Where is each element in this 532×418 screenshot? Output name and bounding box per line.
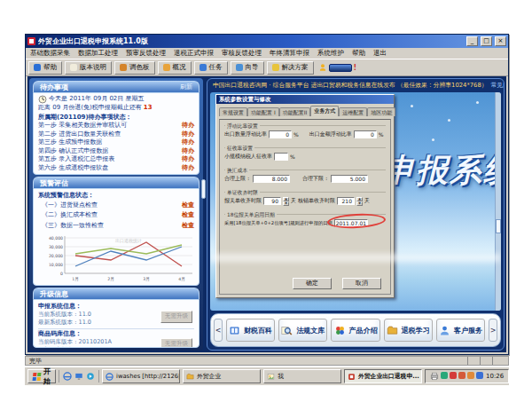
banner-text: 中国出口退税咨询网 · 综合服务平台 进出口贸易和税务信息在线发布 （最佳效果：… — [213, 81, 488, 90]
carousel-pinwheel-button[interactable]: 产品介绍 — [331, 319, 379, 342]
tray-green-icon[interactable] — [441, 372, 448, 379]
menu-item[interactable]: 审核反馈处理 — [222, 49, 262, 58]
tray-blue-icon[interactable] — [476, 372, 483, 379]
writeoff-deadline-stepper[interactable]: ▲▼ — [356, 197, 363, 205]
tray-orange-icon[interactable] — [467, 372, 474, 379]
ok-button[interactable]: 确定 — [293, 278, 332, 289]
menu-item[interactable]: 退出 — [373, 49, 387, 58]
document-deadline-group: 单证收齐时限 报关单收齐时限 90 ▲▼ 天 核销单收齐时限 210 ▲▼ 天 — [224, 192, 386, 209]
tab-2[interactable]: 功能配置 I — [247, 107, 279, 116]
wizard-icon — [236, 64, 243, 71]
todo-panel-body: 今天是 2011年 09月 02日 星期五 距离 09 月份退(免)税申报期截止… — [33, 92, 200, 175]
toolbar-help-button[interactable]: 帮助 — [28, 61, 62, 75]
start-button[interactable]: 开始 — [27, 369, 56, 383]
upper-limit-input[interactable]: 8.000 — [253, 175, 290, 183]
menu-item[interactable]: 数据加工处理 — [78, 49, 118, 58]
svg-text:2月: 2月 — [107, 277, 114, 282]
close-button[interactable]: × — [495, 36, 506, 46]
menu-item[interactable]: 预审反馈处理 — [126, 49, 166, 58]
tab-1[interactable]: 常规设置 — [219, 107, 247, 116]
step-status: 待办 — [182, 155, 194, 164]
window-title: 外贸企业出口退税申报系统11.0版 — [38, 36, 464, 46]
toolbar-solution-button[interactable]: 解决方案 — [267, 61, 314, 75]
today-date: 今天是 2011年 09月 02日 星期五 — [49, 95, 145, 104]
taskbar-task-button[interactable]: 我 — [263, 369, 341, 383]
carousel-person-button[interactable]: 客户服务 — [436, 319, 485, 342]
warning-list: 《一》进货疑点检查检查《二》换汇成本检查检查《三》数据一致性检查检查 — [38, 201, 194, 232]
percent-unit: % — [379, 131, 384, 138]
scrollbar-thumb[interactable] — [496, 219, 501, 233]
tray-red2-icon[interactable] — [458, 372, 466, 379]
title-bar[interactable]: 外贸企业出口退税申报系统11.0版 _ □ × — [26, 35, 508, 48]
todo-step-row[interactable]: 第二步 进货出口数量关联检查待办 — [38, 130, 194, 139]
writeoff-deadline-input[interactable]: 210 — [337, 197, 355, 205]
todo-step-row[interactable]: 第六步 生成退税申报软盘待办 — [38, 164, 194, 173]
menu-item[interactable]: 系统维护 — [317, 49, 344, 58]
customs-deadline-stepper[interactable]: ▲▼ — [283, 197, 289, 205]
export-amount-ratio-input[interactable]: 0 — [354, 130, 377, 138]
vertical-scrollbar[interactable] — [495, 92, 501, 311]
customs-deadline-input[interactable]: 90 — [263, 197, 281, 205]
tab-4[interactable]: 业务方式 — [310, 106, 339, 116]
carousel-folder-button[interactable]: 退税学习 — [384, 319, 433, 342]
date18-input[interactable]: 2011.07.01 — [334, 219, 368, 227]
content-viewport: 申报系统 系统参数设置与修改 常规设置功能配置 I功能配置II业务方式运维配置地… — [210, 92, 501, 311]
menu-item[interactable]: 帮助 — [352, 49, 365, 58]
folder-icon — [387, 325, 398, 336]
maximize-button[interactable]: □ — [481, 36, 492, 46]
codebase-upgrade-button[interactable]: 无需升级 — [160, 338, 192, 348]
toolbar-document-button[interactable]: 版本说明 — [65, 61, 112, 75]
minimize-button[interactable]: _ — [466, 36, 478, 46]
percent-unit: % — [293, 131, 299, 138]
menu-item[interactable]: 年终清算申报 — [270, 49, 309, 58]
menu-item[interactable]: 退税正式申报 — [174, 49, 214, 58]
tab-5[interactable]: 运维配置 — [339, 107, 367, 116]
warning-check-action[interactable]: 检查 — [182, 201, 194, 211]
taskbar-task-button[interactable]: 外贸企业出口退税申... — [344, 369, 422, 383]
todo-step-row[interactable]: 第三步 生成预申报数据待办 — [38, 138, 194, 147]
dialog-title-bar[interactable]: 系统参数设置与修改 — [216, 95, 394, 104]
export-qty-ratio-input[interactable]: 0 — [269, 130, 292, 138]
carousel-book-button[interactable]: 财税百科 — [226, 319, 275, 342]
task-label: 外贸企业出口退税申... — [358, 372, 419, 381]
warning-check-label: 《一》进货疑点检查 — [42, 201, 98, 211]
warning-check-action[interactable]: 检查 — [182, 210, 194, 221]
tray-red-icon[interactable] — [450, 372, 457, 379]
lower-limit-input[interactable]: 5.000 — [331, 175, 368, 183]
menu-item[interactable]: 基础数据采集 — [30, 49, 70, 58]
folder-icon — [186, 373, 194, 381]
refresh-link[interactable]: 刷新 — [180, 83, 192, 91]
todo-step-row[interactable]: 第一步 采集相关数据并审核认可待办 — [38, 122, 194, 130]
toolbar-flag-button[interactable]: 任务 — [194, 61, 228, 75]
sidebar: 待办事项 刷新 今天是 2011年 09月 02日 星期五 距离 09 月份退(… — [29, 78, 203, 351]
carousel-next-button[interactable]: > — [489, 319, 497, 342]
warning-panel-title: 预警评估 — [40, 178, 68, 188]
todo-step-row[interactable]: 第四步 确认正式申报数据待办 — [38, 147, 194, 156]
cancel-button[interactable]: 取消 — [342, 278, 381, 289]
system-tray: 10:26 — [425, 369, 509, 383]
tab-6[interactable]: 地区功能 — [367, 107, 395, 116]
small-taxpayer-rate-input[interactable] — [274, 153, 288, 161]
system-upgrade-button[interactable]: 无需升级 — [160, 311, 192, 323]
taskbar-task-button[interactable]: iwashes [http://2126|7... — [102, 369, 180, 383]
todo-step-row[interactable]: 第五步 录入退税汇总申报表待办 — [38, 155, 194, 164]
sidebar-splitter-handle[interactable] — [201, 179, 206, 199]
date18-group: 18位报关单启用日期 采用[18位报关单+0+2位项号]规则进行申报的日期 20… — [224, 214, 386, 231]
todo-panel-title: 待办事项 — [40, 83, 68, 92]
date18-rule-label: 采用[18位报关单+0+2位项号]规则进行申报的日期 — [224, 220, 332, 226]
toolbar-overview-button[interactable]: 概况 — [158, 61, 192, 75]
toolbar-palette-button[interactable]: 调色板 — [114, 61, 155, 75]
warning-check-row[interactable]: 《二》换汇成本检查检查 — [38, 210, 194, 221]
taskbar-task-button[interactable]: 外贸企业 — [183, 369, 261, 383]
start-label: 开始 — [43, 367, 51, 386]
banner-link[interactable]: 常见问题 — [491, 81, 504, 90]
toolbar-wizard-button[interactable]: 向导 — [231, 61, 264, 75]
tab-3[interactable]: 功能配置II — [279, 107, 311, 116]
warning-check-row[interactable]: 《一》进货疑点检查检查 — [38, 201, 194, 211]
carousel-magnifier-button[interactable]: 法规文库 — [278, 319, 327, 342]
warning-check-action[interactable]: 检查 — [182, 221, 194, 232]
carousel-prev-button[interactable]: < — [214, 319, 223, 342]
system-version-heading: 申报系统信息： — [38, 303, 194, 311]
window-content: 待办事项 刷新 今天是 2011年 09月 02日 星期五 距离 09 月份退(… — [27, 76, 506, 352]
warning-check-row[interactable]: 《三》数据一致性检查检查 — [38, 221, 194, 232]
